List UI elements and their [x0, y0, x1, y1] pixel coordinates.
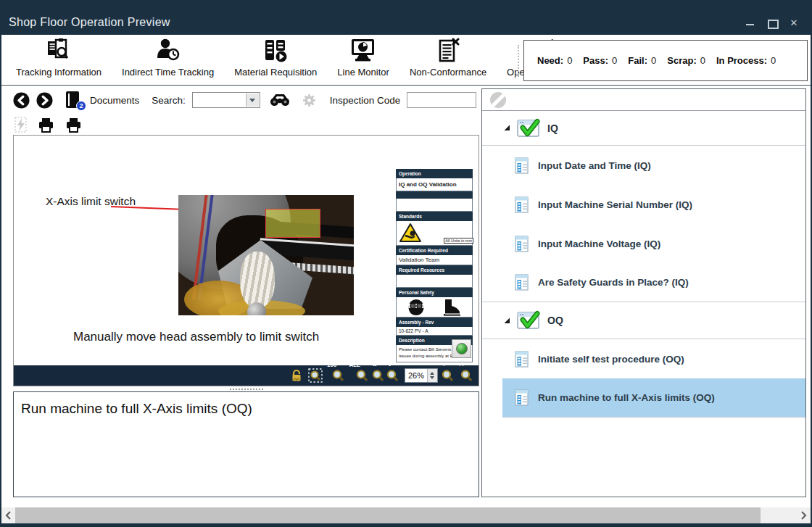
instruction-caption: Manually move head assembly to limit swi…: [73, 330, 319, 344]
status-pass-label: Pass:: [583, 55, 608, 66]
search-label: Search:: [152, 95, 186, 106]
group-check-icon: [517, 118, 541, 138]
zoom-spin-buttons[interactable]: [427, 369, 437, 382]
print-button[interactable]: [38, 117, 54, 133]
form-icon: [515, 389, 530, 407]
tree-item-label: Input Date and Time (IQ): [538, 160, 651, 171]
safety-boot-icon: [442, 299, 461, 316]
zoom-fit-all-button[interactable]: ALL: [350, 369, 368, 382]
settings-gear-icon: [302, 94, 316, 107]
standards-header: Standards: [396, 212, 473, 221]
marquee-zoom-icon[interactable]: [308, 368, 323, 383]
operation-text-panel: Run machine to full X-Axis limits (OQ): [13, 391, 479, 497]
tracking-information-button[interactable]: Tracking Information: [16, 38, 102, 78]
operation-value: IQ and OQ Validation: [396, 178, 473, 191]
tree-item-label: Are Safety Guards in Place? (IQ): [538, 277, 689, 288]
documents-badge: 2: [76, 101, 86, 111]
zoom-all-label: ALL: [349, 362, 360, 368]
maximize-button[interactable]: [767, 19, 777, 28]
expand-collapse-icon[interactable]: [504, 318, 510, 324]
close-button[interactable]: ✕: [789, 19, 799, 28]
form-icon: [515, 235, 530, 253]
scrollbar-thumb[interactable]: [15, 507, 761, 523]
material-requisition-button[interactable]: Material Requisition: [234, 38, 317, 78]
form-icon: [515, 350, 530, 368]
certification-header: Certification Required: [396, 246, 473, 255]
status-pass-value: 0: [612, 55, 617, 66]
tree-item-self-test[interactable]: Initiate self test procedure (OQ): [502, 339, 805, 378]
operation-header: Operation: [396, 169, 473, 178]
zoom-out-more-button[interactable]: --: [374, 369, 384, 382]
inspection-code-input[interactable]: [407, 92, 476, 108]
zoom-in-more-button[interactable]: ++: [460, 369, 473, 382]
material-requisition-icon: [262, 38, 289, 65]
non-conformance-icon: [435, 38, 461, 65]
forward-button[interactable]: [36, 92, 53, 109]
tracking-information-icon: [44, 38, 73, 65]
zoom-out-button[interactable]: -: [390, 369, 399, 382]
form-icon: [515, 196, 530, 214]
non-conformance-button[interactable]: Non-Conformance: [410, 38, 486, 78]
status-need-value: 0: [567, 55, 572, 66]
print-preview-button[interactable]: [65, 117, 82, 133]
line-monitor-button[interactable]: Line Monitor: [337, 38, 389, 78]
tree-item-input-date-time[interactable]: Input Date and Time (IQ): [502, 146, 805, 185]
titlebar: Shop Floor Operation Preview ✕: [0, 0, 812, 35]
tree-item-safety-guards[interactable]: Are Safety Guards in Place? (IQ): [482, 263, 805, 302]
tree-group-oq[interactable]: OQ: [482, 302, 805, 339]
non-conformance-label: Non-Conformance: [410, 67, 486, 78]
scroll-left-arrow[interactable]: [1, 507, 14, 523]
back-button[interactable]: [13, 92, 30, 109]
indirect-time-tracking-button[interactable]: Indirect Time Tracking: [122, 38, 214, 78]
scroll-right-arrow[interactable]: [798, 507, 811, 523]
zoom-toolbar: 100 ALL -- - 26%: [14, 365, 478, 386]
operation-spec-card: Operation IQ and OQ Validation Standards…: [396, 169, 473, 362]
document-preview-panel[interactable]: X-Axis limit switch Manually move head a…: [13, 135, 479, 386]
tree-item-voltage[interactable]: Input Machine Voltage (IQ): [502, 224, 805, 263]
zoom-level-spinner[interactable]: 26%: [405, 368, 438, 383]
main-toolbar: Tracking Information Indirect Time Track…: [1, 35, 811, 86]
tree-item-label: Run machine to full X-Axis limits (OQ): [538, 392, 715, 403]
search-combobox[interactable]: [192, 92, 260, 108]
horizontal-scrollbar[interactable]: [1, 507, 811, 523]
zoom-in-label: +: [442, 362, 446, 368]
tree-item-label: Initiate self test procedure (OQ): [538, 354, 684, 365]
tree-item-label: Input Machine Serial Number (IQ): [538, 199, 692, 210]
assembly-header: Assembly - Rev: [396, 318, 473, 327]
no-selection-icon: [490, 92, 506, 108]
tree-group-iq-label: IQ: [547, 123, 558, 134]
search-input[interactable]: [194, 94, 244, 107]
status-fail-label: Fail:: [628, 55, 647, 66]
tree-group-oq-label: OQ: [547, 315, 563, 326]
indirect-time-tracking-icon: [155, 38, 181, 65]
documents-button[interactable]: 2: [65, 91, 83, 109]
refresh-preview-button[interactable]: [452, 339, 471, 358]
tree-group-iq[interactable]: IQ: [482, 111, 805, 146]
limit-switch-highlight: [265, 209, 320, 238]
form-icon: [515, 157, 530, 175]
safety-goggles-icon: [407, 299, 425, 316]
assembly-value: 10-622 PV - A: [396, 327, 473, 336]
zoom-100-button[interactable]: 100: [328, 369, 344, 382]
status-scrap-label: Scrap:: [667, 55, 696, 66]
status-inprocess-value: 0: [771, 55, 776, 66]
toolbar-grip: [518, 45, 519, 77]
tree-item-serial-number[interactable]: Input Machine Serial Number (IQ): [502, 185, 805, 224]
blank-header: [396, 191, 473, 199]
green-orb-icon: [456, 343, 468, 354]
print-toolbar: [14, 115, 82, 135]
find-button[interactable]: [270, 94, 290, 107]
expand-collapse-icon[interactable]: [504, 125, 510, 131]
lock-zoom-icon[interactable]: [291, 369, 302, 382]
tree-item-xaxis-limits-selected[interactable]: Run machine to full X-Axis limits (OQ): [502, 378, 805, 418]
certification-value: Validation Team: [396, 255, 473, 265]
tree-header: [482, 89, 805, 111]
status-summary: Need:0 Pass:0 Fail:0 Scrap:0 In Process:…: [523, 40, 808, 81]
app-window: Shop Floor Operation Preview ✕: [0, 0, 812, 527]
navigation-toolbar: 2 Documents Search:: [13, 88, 506, 112]
operations-tree-panel: IQ Input Date and Time (IQ): [481, 88, 806, 497]
minimize-button[interactable]: [745, 19, 755, 28]
zoom-in-button[interactable]: +: [444, 369, 454, 382]
form-icon: [515, 273, 530, 291]
chevron-down-icon[interactable]: [246, 94, 259, 107]
